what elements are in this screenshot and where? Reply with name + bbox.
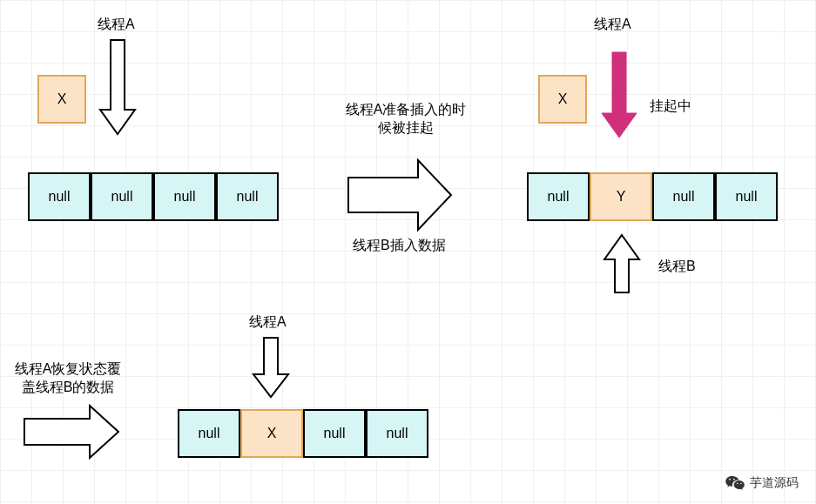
cell-r3-1: X bbox=[240, 409, 303, 458]
cell-r1-2: null bbox=[153, 172, 216, 221]
floating-x-box-1: X bbox=[37, 75, 86, 124]
arrow-down-hollow-1 bbox=[100, 40, 135, 136]
cell-text: null bbox=[237, 189, 259, 205]
middle-arrow-bottom-label: 线程B插入数据 bbox=[353, 237, 446, 255]
watermark-text: 芋道源码 bbox=[750, 475, 799, 491]
arrow-up-hollow bbox=[604, 233, 639, 294]
floating-x-box-2: X bbox=[538, 75, 587, 124]
cell-text: null bbox=[673, 189, 695, 205]
cell-text: Y bbox=[617, 189, 626, 205]
cell-text: null bbox=[324, 426, 346, 441]
cell-text: null bbox=[49, 189, 71, 205]
cell-text: null bbox=[548, 189, 570, 205]
cell-r2-3: null bbox=[715, 172, 778, 221]
watermark: 芋道源码 bbox=[725, 475, 799, 491]
x-text: X bbox=[558, 91, 568, 107]
middle-arrow-top-label: 线程A准备插入的时候被挂起 bbox=[341, 101, 471, 138]
cell-r3-2: null bbox=[303, 409, 366, 458]
thread-b-label: 线程B bbox=[658, 258, 696, 276]
cell-text: null bbox=[387, 426, 408, 441]
cell-r1-0: null bbox=[28, 172, 91, 221]
cell-r3-3: null bbox=[366, 409, 428, 458]
cell-text: null bbox=[736, 189, 758, 205]
cell-text: null bbox=[199, 426, 220, 441]
cell-r1-3: null bbox=[216, 172, 279, 221]
cell-r1-1: null bbox=[91, 172, 153, 221]
cell-r3-0: null bbox=[178, 409, 240, 458]
cell-r2-0: null bbox=[527, 172, 590, 221]
cell-r2-2: null bbox=[652, 172, 715, 221]
arrow-right-hollow bbox=[348, 160, 453, 230]
wechat-icon bbox=[725, 475, 745, 491]
thread-a-label-1: 线程A bbox=[98, 16, 135, 34]
bottom-left-label: 线程A恢复状态覆盖线程B的数据 bbox=[11, 360, 125, 397]
arrow-right-hollow-2 bbox=[24, 406, 120, 458]
thread-a-label-2: 线程A bbox=[594, 16, 631, 34]
cell-text: null bbox=[174, 189, 196, 205]
suspended-label: 挂起中 bbox=[650, 97, 691, 116]
cell-text: X bbox=[267, 426, 277, 441]
diagram-canvas: 线程A X null null null null 线程A准备插入的时候被挂起 … bbox=[0, 0, 816, 504]
x-text: X bbox=[57, 91, 67, 107]
thread-a-label-3: 线程A bbox=[249, 313, 287, 332]
cell-text: null bbox=[111, 189, 133, 205]
arrow-down-hollow-2 bbox=[253, 338, 288, 399]
cell-r2-1: Y bbox=[590, 172, 652, 221]
arrow-down-solid-pink bbox=[602, 52, 637, 139]
